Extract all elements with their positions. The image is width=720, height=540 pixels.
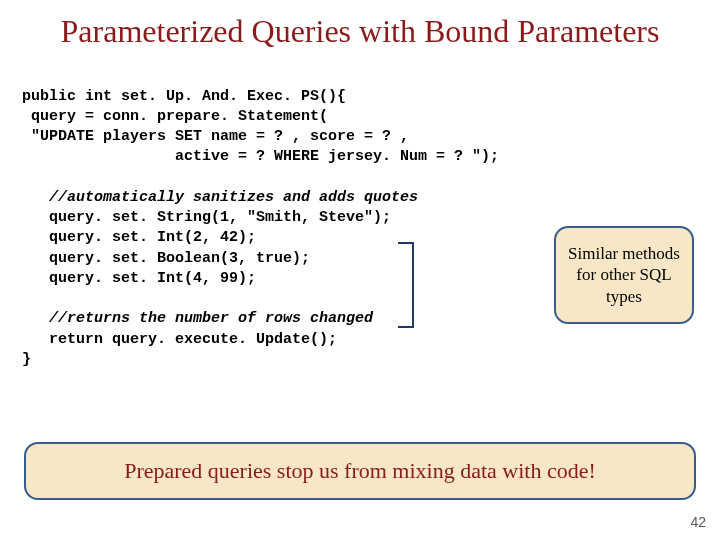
code-line: query. set. Int(2, 42); <box>22 229 256 246</box>
code-comment: //returns the number of rows changed <box>22 310 373 327</box>
callout-text: Similar methods for other SQL types <box>562 243 686 307</box>
slide-title: Parameterized Queries with Bound Paramet… <box>0 0 720 58</box>
code-line: return query. execute. Update(); <box>22 331 337 348</box>
summary-text: Prepared queries stop us from mixing dat… <box>124 458 596 483</box>
code-line: public int set. Up. And. Exec. PS(){ <box>22 88 346 105</box>
code-line: query. set. String(1, "Smith, Steve"); <box>22 209 391 226</box>
code-line: query. set. Boolean(3, true); <box>22 250 310 267</box>
code-line: query = conn. prepare. Statement( <box>22 108 328 125</box>
code-line: "UPDATE players SET name = ? , score = ?… <box>22 128 409 145</box>
code-line: } <box>22 351 31 368</box>
summary-box: Prepared queries stop us from mixing dat… <box>24 442 696 500</box>
page-number: 42 <box>690 514 706 530</box>
callout-box: Similar methods for other SQL types <box>554 226 694 324</box>
code-line: active = ? WHERE jersey. Num = ? "); <box>22 148 499 165</box>
code-comment: //automatically sanitizes and adds quote… <box>22 189 418 206</box>
grouping-bracket <box>398 242 414 328</box>
code-line: query. set. Int(4, 99); <box>22 270 256 287</box>
